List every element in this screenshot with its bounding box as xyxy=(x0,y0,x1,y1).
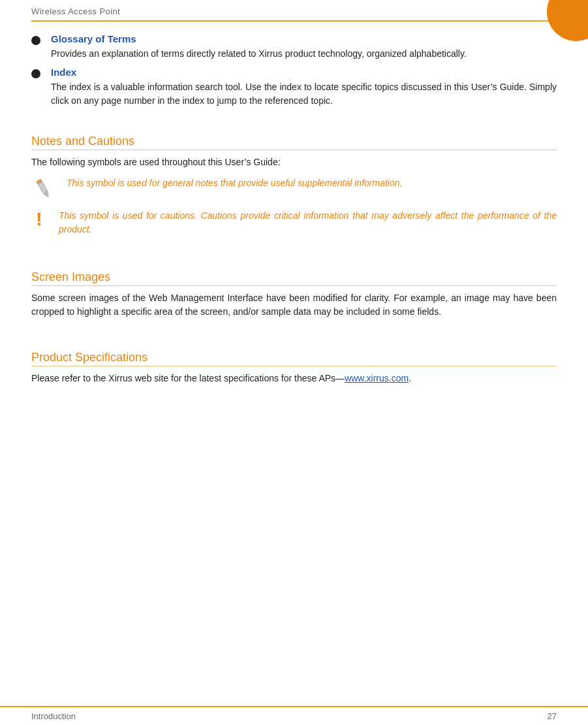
bullet-dot-glossary xyxy=(31,36,40,45)
caution-symbol-text: This symbol is used for cautions. Cautio… xyxy=(59,209,557,236)
product-specifications-heading: Product Specifications xyxy=(31,351,557,366)
header-title: Wireless Access Point xyxy=(31,7,120,16)
bullet-item-glossary: Glossary of Terms Provides an explanatio… xyxy=(31,33,557,61)
note-symbol-text: This symbol is used for general notes th… xyxy=(67,176,402,190)
product-specs-text-after: . xyxy=(409,373,411,383)
bullet-dot-index xyxy=(31,69,40,78)
product-specifications-text: Please refer to the Xirrus web site for … xyxy=(31,372,557,386)
bullet-item-index: Index The index is a valuable informatio… xyxy=(31,67,557,108)
bullet-content-index: Index The index is a valuable informatio… xyxy=(51,67,557,108)
bullet-text-glossary: Provides an explanation of terms directl… xyxy=(51,47,557,61)
bullet-title-glossary: Glossary of Terms xyxy=(51,33,557,44)
screen-images-heading: Screen Images xyxy=(31,270,557,286)
notes-cautions-intro: The following symbols are used throughou… xyxy=(31,155,557,170)
bullet-title-index: Index xyxy=(51,67,557,78)
bullet-text-index: The index is a valuable information sear… xyxy=(51,80,557,108)
xirrus-link[interactable]: www.xirrus.com xyxy=(345,373,409,383)
note-icon xyxy=(31,176,55,200)
page-header: Wireless Access Point xyxy=(31,0,557,22)
notes-cautions-section: Notes and Cautions The following symbols… xyxy=(31,135,557,236)
notes-cautions-heading: Notes and Cautions xyxy=(31,135,557,150)
caution-symbol-row: ! This symbol is used for cautions. Caut… xyxy=(31,209,557,236)
footer-left: Introduction xyxy=(31,711,76,721)
screen-images-text: Some screen images of the Web Management… xyxy=(31,291,557,319)
exclamation-mark: ! xyxy=(36,209,42,229)
caution-icon: ! xyxy=(31,210,47,229)
bullet-content-glossary: Glossary of Terms Provides an explanatio… xyxy=(51,33,557,61)
note-symbol-row: This symbol is used for general notes th… xyxy=(31,176,557,200)
bullet-section: Glossary of Terms Provides an explanatio… xyxy=(31,33,557,108)
screen-images-section: Screen Images Some screen images of the … xyxy=(31,270,557,319)
product-specs-text-before: Please refer to the Xirrus web site for … xyxy=(31,373,345,383)
footer-page-number: 27 xyxy=(548,711,557,721)
page-footer: Introduction 27 xyxy=(0,706,588,725)
product-specifications-section: Product Specifications Please refer to t… xyxy=(31,351,557,386)
